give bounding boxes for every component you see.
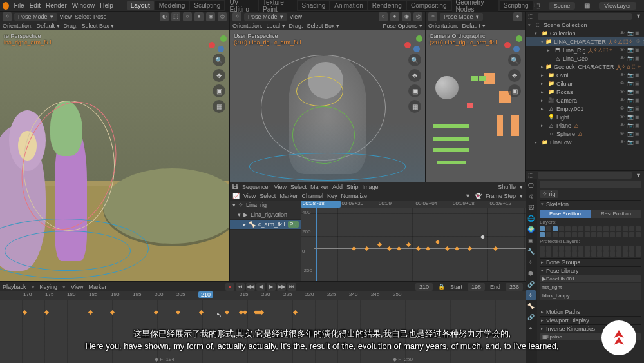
shading-wire-icon[interactable]: ○	[183, 12, 192, 21]
pan-icon[interactable]: ✥	[213, 69, 225, 82]
mode-icon[interactable]: ✧	[3, 12, 12, 21]
prop-tab-world-icon[interactable]: 🌍	[526, 224, 536, 235]
drag-dropdown[interactable]: Select Box ▾	[82, 23, 115, 29]
zoom-icon[interactable]: 🔍	[508, 54, 521, 66]
outliner-icon[interactable]: ⬚	[528, 172, 534, 179]
channel-action[interactable]: ▾▶Lina_rigAction	[230, 210, 301, 220]
menu-render[interactable]: Render	[46, 2, 67, 9]
camera-icon[interactable]: ▣	[213, 84, 225, 97]
viewport-mid[interactable]: ✧ Pose Mode ▾ View ○ ● ◉ ◎ Orientation: …	[230, 12, 426, 182]
outliner-item[interactable]: ▾📁Collection👁📷▣	[526, 29, 644, 37]
panel-poselib[interactable]: ▾Pose Library	[540, 266, 641, 275]
panel-motionpaths[interactable]: ▸Motion Paths	[540, 308, 641, 316]
menu-edit[interactable]: Edit	[30, 2, 41, 9]
shading-wire-icon[interactable]: ○	[379, 12, 388, 21]
pan-icon[interactable]: ✥	[508, 69, 521, 82]
workspace-tab-compositing[interactable]: Compositing	[407, 1, 451, 10]
tl-keying[interactable]: Keying	[40, 284, 58, 290]
viewport-mid-canvas[interactable]: User Perspective (210) Lina_rig . c_arm_…	[230, 30, 425, 182]
prop-tab-material-icon[interactable]: ●	[526, 323, 536, 333]
vp-menu-select[interactable]: Select	[75, 14, 91, 20]
shading-solid-icon[interactable]: ●	[513, 12, 522, 21]
rig-datablock[interactable]: ✧ rig	[540, 190, 558, 198]
persp-icon[interactable]: ▦	[213, 100, 225, 113]
shading-render-icon[interactable]: ◎	[218, 12, 227, 21]
shading-matcap-icon[interactable]: ◉	[206, 12, 215, 21]
armature-layers[interactable]	[540, 226, 641, 237]
outliner-item[interactable]: ▸📁Ovni👁📷▣	[526, 71, 644, 79]
orbit-gizmo[interactable]	[504, 34, 521, 51]
workspace-tab-shading[interactable]: Shading	[298, 1, 330, 10]
outliner-item[interactable]: ▸📁LinaLow👁📷▣	[526, 138, 644, 146]
outliner-item[interactable]: ○Sphere△👁📷▣	[526, 130, 644, 138]
menu-file[interactable]: File	[14, 2, 24, 9]
workspace-tab-sculpting[interactable]: Sculpting	[190, 1, 224, 10]
seq-icon[interactable]: 🎞	[232, 184, 238, 190]
overlay-toggle-icon[interactable]: ◐	[160, 12, 169, 21]
seq-image[interactable]: Image	[362, 184, 378, 190]
prop-tab-constraint-icon[interactable]: 🔗	[526, 279, 536, 289]
ghost-icon[interactable]: 👻	[475, 193, 482, 199]
drag-dropdown[interactable]: Select Box ▾	[307, 23, 340, 29]
seq-view[interactable]: View	[274, 184, 287, 190]
viewlayer-dropdown[interactable]: ViewLayer	[599, 2, 636, 10]
vp-menu-view[interactable]: View	[290, 14, 302, 20]
camera-icon[interactable]: ▣	[408, 84, 421, 97]
panel-skeleton[interactable]: ▾Skeleton	[540, 200, 641, 208]
workspace-tab-rendering[interactable]: Rendering	[368, 1, 406, 10]
menu-window[interactable]: Window	[72, 2, 95, 9]
prop-tab-particle-icon[interactable]: ✧	[526, 257, 536, 268]
graph-canvas[interactable]: 00:08+18 00:08+20 00:09 00:09+04 00:09+0…	[301, 201, 526, 281]
playhead[interactable]: 210	[198, 291, 213, 298]
seq-add[interactable]: Add	[332, 184, 343, 190]
pose-options[interactable]: Pose Options ▾	[383, 23, 422, 29]
outliner-item[interactable]: ▸⬒Lina_Rig人✧△⬚✧👁📷▣	[526, 46, 644, 54]
channel-rig[interactable]: ▾✧Lina_rig	[230, 201, 301, 210]
filter-icon[interactable]: ▼	[636, 172, 641, 179]
prev-key-icon[interactable]: ◀◀	[246, 283, 255, 291]
viewport-right-canvas[interactable]: Camera Orthographic (210) Lina_rig . c_a…	[426, 30, 525, 182]
next-key-icon[interactable]: ▶▶	[277, 283, 286, 291]
camera-icon[interactable]: ▣	[508, 84, 521, 97]
orient-dropdown[interactable]: Default ▾	[462, 23, 486, 29]
panel-bonegroups[interactable]: ▸Bone Groups	[540, 258, 641, 266]
play-badge[interactable]	[601, 320, 636, 355]
start-frame[interactable]: 198	[468, 283, 485, 291]
mode-icon[interactable]: ✧	[232, 12, 242, 21]
outliner-item[interactable]: ▸📁Goclock_CHARACTER人✧△⬚✧👁📷▣	[526, 63, 644, 71]
workspace-tab-modeling[interactable]: Modeling	[155, 1, 189, 10]
shading-solid-icon[interactable]: ●	[390, 12, 399, 21]
poselib-name[interactable]: ▶ PoseLib.001	[540, 275, 641, 282]
seq-marker[interactable]: Marker	[310, 184, 328, 190]
seq-select[interactable]: Select	[290, 184, 307, 190]
mode-icon[interactable]: ✧	[428, 12, 437, 21]
frame-step[interactable]: Frame Step	[486, 193, 516, 199]
protected-layers[interactable]	[540, 246, 641, 257]
shading-solid-icon[interactable]: ●	[194, 12, 204, 21]
prop-tab-render-icon[interactable]: 🖵	[526, 181, 536, 191]
play-rev-icon[interactable]: ◀	[256, 283, 265, 291]
persp-icon[interactable]: ▦	[408, 100, 421, 113]
tl-marker[interactable]: Marker	[88, 284, 106, 290]
seq-shuffle[interactable]: Shuffle	[498, 184, 516, 190]
prop-tab-physics-icon[interactable]: ⬢	[526, 268, 536, 279]
scene-dropdown[interactable]: Scene	[549, 2, 576, 10]
mode-dropdown[interactable]: Pose Mode ▾	[14, 13, 57, 21]
outliner-item[interactable]: △Lina_Geo👁📷▣	[526, 54, 644, 63]
record-icon[interactable]: ●	[225, 283, 234, 291]
graph-settings-icon[interactable]: ▾	[520, 193, 523, 199]
seq-settings-icon[interactable]: ▾	[520, 184, 523, 190]
viewport-left[interactable]: ✧ Pose Mode ▾ View Select Pose ◐ ⬚ ○ ● ◉…	[0, 12, 230, 281]
orbit-gizmo[interactable]	[404, 34, 421, 51]
end-frame[interactable]: 236	[506, 283, 523, 291]
current-frame[interactable]: 210	[415, 283, 433, 291]
graph-select[interactable]: Select	[260, 193, 276, 199]
graph-view[interactable]: View	[243, 193, 256, 199]
prop-tab-mod-icon[interactable]: 🔧	[526, 246, 536, 257]
pose-item-fist[interactable]: fist_right	[540, 283, 641, 291]
outliner-icon[interactable]: ⬚	[528, 13, 534, 19]
xray-icon[interactable]: ⬚	[171, 12, 180, 21]
workspace-tab-scripting[interactable]: Scripting	[500, 1, 533, 10]
outliner-item[interactable]: ▾📁LINA_CHARACTER人✧△⬚✧👁📷▣	[526, 37, 644, 46]
zoom-icon[interactable]: 🔍	[408, 54, 421, 66]
